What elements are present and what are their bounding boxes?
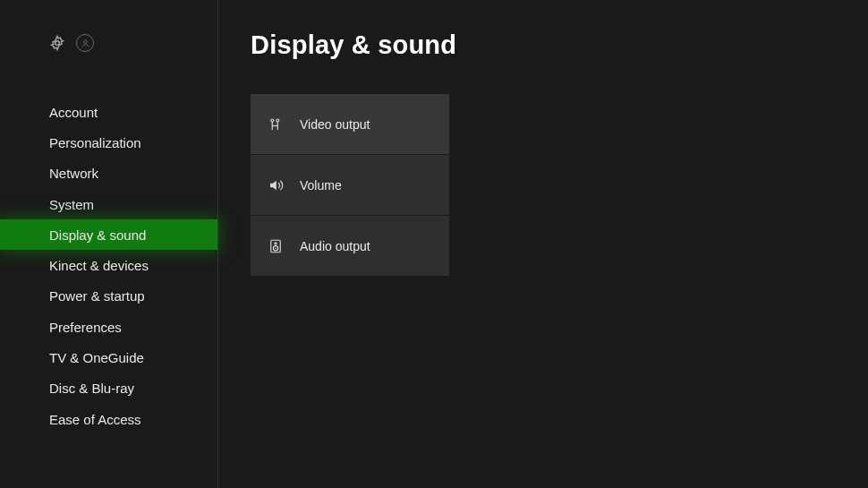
sidebar-item-tv-oneguide[interactable]: TV & OneGuide xyxy=(0,342,217,372)
sidebar-item-label: Personalization xyxy=(49,135,141,150)
tile-label: Volume xyxy=(300,178,342,193)
profile-icon[interactable] xyxy=(76,34,94,52)
sidebar-item-label: Display & sound xyxy=(49,227,146,243)
svg-point-0 xyxy=(55,41,60,46)
sidebar-item-network[interactable]: Network xyxy=(0,158,217,189)
sidebar-item-label: Disc & Blu-ray xyxy=(49,381,134,396)
sidebar-item-label: System xyxy=(49,197,94,212)
svg-marker-7 xyxy=(270,180,277,190)
tile-label: Video output xyxy=(300,117,370,132)
sidebar-item-personalization[interactable]: Personalization xyxy=(0,127,217,158)
svg-point-4 xyxy=(277,119,279,122)
gear-icon[interactable] xyxy=(49,35,65,51)
sidebar-item-power-startup[interactable]: Power & startup xyxy=(0,281,217,312)
video-cable-icon xyxy=(268,116,284,133)
sidebar-item-disc-bluray[interactable]: Disc & Blu-ray xyxy=(0,373,217,404)
sidebar-item-label: Account xyxy=(49,105,98,120)
tiles: Video output Volume Audio xyxy=(251,94,832,276)
svg-point-11 xyxy=(275,247,277,249)
sidebar-item-label: Kinect & devices xyxy=(49,258,149,273)
tile-label: Audio output xyxy=(300,239,370,253)
sidebar: Account Personalization Network System D… xyxy=(0,0,218,488)
sidebar-item-account[interactable]: Account xyxy=(0,97,217,127)
page-title: Display & sound xyxy=(251,30,832,60)
sidebar-item-preferences[interactable]: Preferences xyxy=(0,312,217,342)
sidebar-items: Account Personalization Network System D… xyxy=(0,97,217,434)
tile-video-output[interactable]: Video output xyxy=(251,94,449,154)
svg-point-1 xyxy=(83,39,87,43)
sidebar-item-label: Power & startup xyxy=(49,288,145,304)
tile-volume[interactable]: Volume xyxy=(251,155,449,215)
sidebar-item-label: Ease of Access xyxy=(49,412,141,427)
svg-point-9 xyxy=(275,242,277,244)
svg-point-2 xyxy=(271,119,274,122)
audio-output-icon xyxy=(268,238,284,254)
volume-icon xyxy=(268,177,284,193)
tile-audio-output[interactable]: Audio output xyxy=(251,216,449,276)
sidebar-item-label: Preferences xyxy=(49,320,122,335)
sidebar-item-kinect-devices[interactable]: Kinect & devices xyxy=(0,250,217,280)
sidebar-item-system[interactable]: System xyxy=(0,189,217,219)
sidebar-item-display-sound[interactable]: Display & sound xyxy=(0,219,217,250)
main: Display & sound Video output xyxy=(251,30,832,276)
sidebar-item-ease-of-access[interactable]: Ease of Access xyxy=(0,404,217,434)
sidebar-header xyxy=(49,34,94,52)
sidebar-item-label: TV & OneGuide xyxy=(49,350,144,365)
sidebar-item-label: Network xyxy=(49,166,98,181)
